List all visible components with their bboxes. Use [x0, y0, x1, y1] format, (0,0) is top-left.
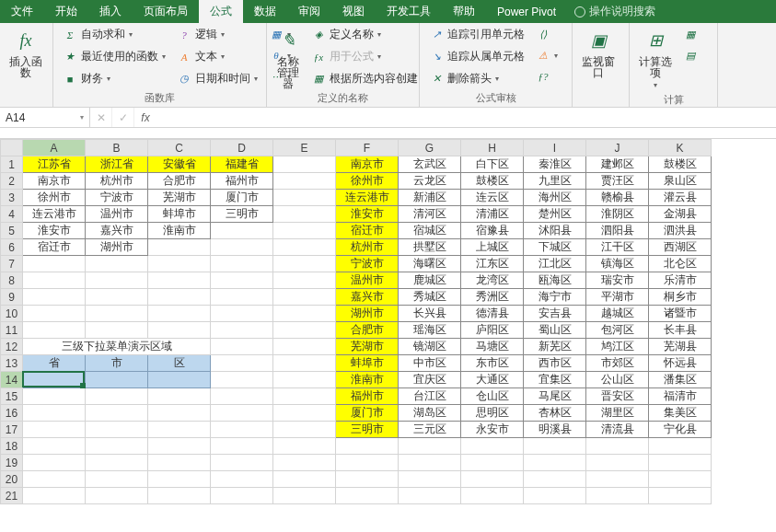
cell-G15[interactable]: 台江区 [399, 388, 461, 405]
cell-G1[interactable]: 玄武区 [399, 156, 461, 173]
col-header-G[interactable]: G [399, 140, 461, 156]
name-box[interactable]: A14▾ [0, 108, 90, 127]
error-check-button[interactable]: ⚠▾ [532, 46, 562, 64]
cell-J11[interactable]: 包河区 [586, 322, 649, 339]
cell-E16[interactable] [273, 405, 336, 422]
cell-A8[interactable] [23, 272, 86, 289]
cell-E19[interactable] [273, 455, 336, 471]
cell-J16[interactable]: 湖里区 [586, 405, 649, 422]
cell-K1[interactable]: 鼓楼区 [649, 156, 712, 173]
cell-D18[interactable] [211, 438, 273, 455]
cell-D12[interactable] [211, 339, 273, 355]
cell-E3[interactable] [273, 190, 336, 206]
cell-I9[interactable]: 海宁市 [524, 289, 586, 306]
cell-H9[interactable]: 秀洲区 [461, 289, 524, 306]
cell-B20[interactable] [86, 471, 148, 488]
cell-F11[interactable]: 合肥市 [336, 322, 399, 339]
cell-I4[interactable]: 楚州区 [524, 206, 586, 223]
cell-J19[interactable] [586, 455, 649, 471]
cell-J12[interactable]: 鸠江区 [586, 339, 649, 355]
name-box-dropdown-icon[interactable]: ▾ [80, 113, 84, 121]
calc-options-button[interactable]: ⊞ 计算选项 ▾ [635, 25, 676, 93]
cell-F7[interactable]: 宁波市 [336, 256, 399, 272]
row-header-13[interactable]: 13 [1, 355, 23, 372]
cell-H2[interactable]: 鼓楼区 [461, 173, 524, 190]
cell-G2[interactable]: 云龙区 [399, 173, 461, 190]
cell-I17[interactable]: 明溪县 [524, 422, 586, 438]
cell-D8[interactable] [211, 272, 273, 289]
col-header-A[interactable]: A [23, 140, 86, 156]
cell-H16[interactable]: 思明区 [461, 405, 524, 422]
cell-H21[interactable] [461, 488, 524, 504]
cell-C21[interactable] [148, 488, 211, 504]
cell-D17[interactable] [211, 422, 273, 438]
cell-C17[interactable] [148, 422, 211, 438]
row-header-18[interactable]: 18 [1, 438, 23, 455]
cell-G17[interactable]: 三元区 [399, 422, 461, 438]
cell-K12[interactable]: 芜湖县 [649, 339, 712, 355]
cell-K21[interactable] [649, 488, 712, 504]
cell-F4[interactable]: 淮安市 [336, 206, 399, 223]
cell-C8[interactable] [148, 272, 211, 289]
cell-H19[interactable] [461, 455, 524, 471]
cell-I7[interactable]: 江北区 [524, 256, 586, 272]
cell-A6[interactable]: 宿迁市 [23, 239, 86, 256]
cell-B7[interactable] [86, 256, 148, 272]
tab-formulas[interactable]: 公式 [199, 0, 243, 23]
row-header-20[interactable]: 20 [1, 471, 23, 488]
cell-K15[interactable]: 福清市 [649, 388, 712, 405]
col-header-H[interactable]: H [461, 140, 524, 156]
cell-F15[interactable]: 福州市 [336, 388, 399, 405]
cell-G5[interactable]: 宿城区 [399, 223, 461, 239]
cell-A13[interactable]: 省 [23, 355, 86, 372]
cell-C15[interactable] [148, 388, 211, 405]
cell-K5[interactable]: 泗洪县 [649, 223, 712, 239]
cell-J15[interactable]: 晋安区 [586, 388, 649, 405]
cell-J1[interactable]: 建邺区 [586, 156, 649, 173]
row-header-19[interactable]: 19 [1, 455, 23, 471]
cell-A19[interactable] [23, 455, 86, 471]
cell-C14[interactable] [148, 372, 211, 388]
col-header-C[interactable]: C [148, 140, 211, 156]
cell-I3[interactable]: 海州区 [524, 190, 586, 206]
cell-I18[interactable] [524, 438, 586, 455]
cell-E8[interactable] [273, 272, 336, 289]
cell-B11[interactable] [86, 322, 148, 339]
cell-H8[interactable]: 龙湾区 [461, 272, 524, 289]
cell-J8[interactable]: 瑞安市 [586, 272, 649, 289]
use-in-formula-button[interactable]: ƒx用于公式▾ [307, 47, 422, 66]
trace-precedents-button[interactable]: ↗追踪引用单元格 [425, 25, 528, 44]
cell-A10[interactable] [23, 306, 86, 322]
cell-K2[interactable]: 泉山区 [649, 173, 712, 190]
cell-D13[interactable] [211, 355, 273, 372]
cell-F14[interactable]: 淮南市 [336, 372, 399, 388]
cell-J2[interactable]: 贾汪区 [586, 173, 649, 190]
tab-dev[interactable]: 开发工具 [376, 0, 442, 23]
trace-dependents-button[interactable]: ↘追踪从属单元格 [425, 47, 528, 66]
cell-B15[interactable] [86, 388, 148, 405]
cell-F21[interactable] [336, 488, 399, 504]
cell-J14[interactable]: 公山区 [586, 372, 649, 388]
cell-E20[interactable] [273, 471, 336, 488]
tab-pivot[interactable]: Power Pivot [486, 0, 567, 23]
cell-G21[interactable] [399, 488, 461, 504]
cell-J21[interactable] [586, 488, 649, 504]
tab-view[interactable]: 视图 [331, 0, 376, 23]
cell-E17[interactable] [273, 422, 336, 438]
cell-G3[interactable]: 新浦区 [399, 190, 461, 206]
cell-G9[interactable]: 秀城区 [399, 289, 461, 306]
tab-review[interactable]: 审阅 [287, 0, 331, 23]
cell-I15[interactable]: 马尾区 [524, 388, 586, 405]
cell-C9[interactable] [148, 289, 211, 306]
insert-function-button[interactable]: fx 插入函数 [6, 25, 46, 80]
cell-G12[interactable]: 镜湖区 [399, 339, 461, 355]
col-header-I[interactable]: I [524, 140, 586, 156]
cell-K17[interactable]: 宁化县 [649, 422, 712, 438]
cell-H1[interactable]: 白下区 [461, 156, 524, 173]
cell-J7[interactable]: 镇海区 [586, 256, 649, 272]
datetime-button[interactable]: ◷日期和时间▾ [173, 69, 261, 88]
cell-K6[interactable]: 西湖区 [649, 239, 712, 256]
cell-F13[interactable]: 蚌埠市 [336, 355, 399, 372]
cell-A17[interactable] [23, 422, 86, 438]
cell-J9[interactable]: 平湖市 [586, 289, 649, 306]
